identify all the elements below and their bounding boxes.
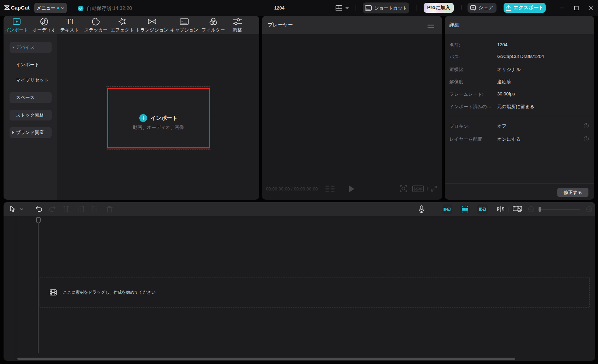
svg-text:TI: TI [66,17,74,26]
